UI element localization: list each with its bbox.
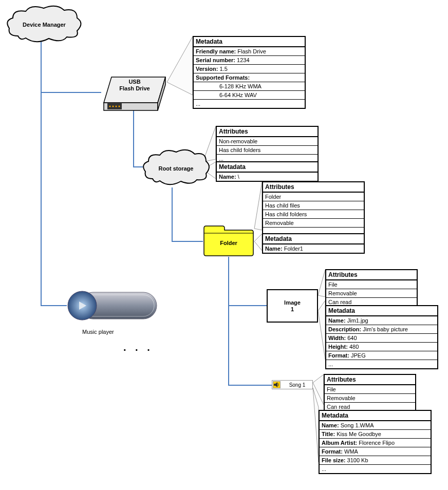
song-node: Song 1	[272, 380, 313, 389]
usb-metadata-panel: Metadata Friendly name: Flash Drive Seri…	[193, 36, 306, 109]
root-metadata-panel: Metadata Name: \	[216, 161, 319, 182]
device-manager-label: Device Manager	[23, 22, 66, 28]
speaker-icon	[273, 381, 281, 388]
folder-attributes-panel: Attributes Folder Has child files Has ch…	[262, 181, 365, 237]
device-manager-node: Device Manager	[5, 5, 83, 44]
svg-marker-0	[167, 36, 193, 95]
svg-point-16	[119, 106, 120, 107]
svg-marker-3	[254, 182, 262, 230]
music-player-label: Music player	[82, 329, 114, 335]
image-attributes-panel: Attributes File Removable Can read	[325, 269, 418, 307]
root-storage-node: Root storage	[141, 149, 211, 187]
usb-label: USBFlash Drive	[119, 79, 150, 92]
ellipsis-dots: . . .	[123, 342, 153, 353]
root-storage-label: Root storage	[159, 165, 194, 172]
svg-marker-6	[318, 300, 325, 360]
root-attributes-panel: Attributes Non-removable Has child folde…	[216, 126, 319, 164]
svg-marker-18	[274, 382, 277, 387]
music-player-node	[67, 288, 162, 324]
svg-marker-5	[318, 270, 325, 297]
song-label: Song 1	[283, 382, 312, 388]
song-attributes-panel: Attributes File Removable Can read	[324, 374, 416, 412]
folder-label: Folder	[220, 240, 237, 246]
image-node: Image1	[267, 289, 318, 323]
svg-point-14	[113, 106, 114, 107]
folder-node: Folder	[203, 223, 254, 259]
image-metadata-panel: Metadata Name: Jim1.jpg Description: Jim…	[325, 305, 438, 369]
svg-point-15	[116, 106, 117, 107]
usb-flash-drive-node: USBFlash Drive	[101, 74, 168, 110]
svg-marker-7	[313, 374, 324, 405]
song-metadata-panel: Metadata Name: Song 1.WMA Title: Kiss Me…	[319, 410, 432, 474]
folder-metadata-panel: Metadata Name: Folder1	[262, 233, 365, 254]
image-label: Image1	[284, 299, 301, 312]
svg-marker-4	[254, 234, 262, 251]
svg-point-13	[109, 106, 111, 107]
panel-title: Metadata	[194, 37, 305, 47]
svg-marker-8	[313, 388, 319, 462]
